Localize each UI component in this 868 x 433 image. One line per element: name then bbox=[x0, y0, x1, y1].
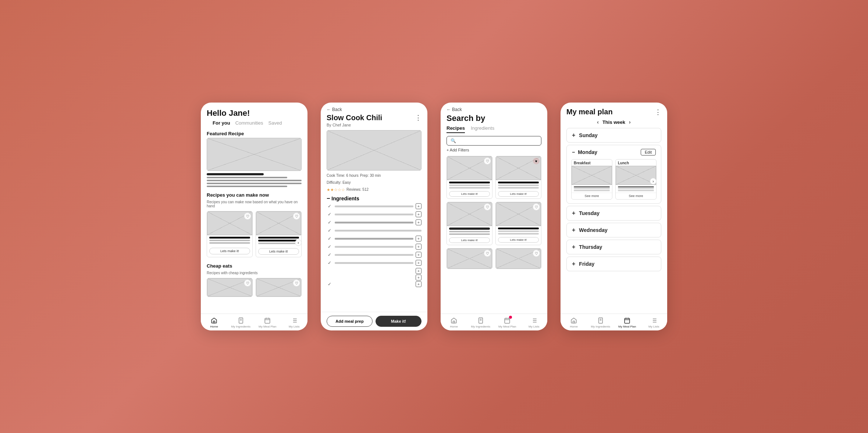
ing-line-8 bbox=[335, 262, 413, 264]
cheap-subtitle: Recipes with cheap ingredients bbox=[201, 270, 307, 275]
back-button[interactable]: ← Back bbox=[327, 107, 421, 112]
add-ing-3[interactable]: + bbox=[416, 219, 421, 225]
result-heart-1[interactable]: ♡ bbox=[484, 158, 491, 164]
day-tuesday[interactable]: + Tuesday bbox=[566, 206, 661, 221]
meals-next-arrow[interactable]: › bbox=[650, 178, 657, 185]
breakfast-see-more[interactable]: See more bbox=[572, 193, 612, 199]
thursday-label: Thursday bbox=[579, 244, 602, 250]
add-ing-2[interactable]: + bbox=[416, 211, 421, 217]
check-icon-4: ✓ bbox=[327, 228, 332, 233]
next-week-btn[interactable]: › bbox=[629, 119, 631, 125]
recipes-row: ♡ Lets make it! ♡ › bbox=[201, 208, 307, 257]
nav-mp-lists-label: My Lists bbox=[648, 325, 659, 328]
nav-mp-meal-plan[interactable]: My Meal Plan bbox=[614, 317, 641, 328]
add-ing-7[interactable]: + bbox=[416, 252, 421, 258]
meal-plan-title: My meal plan bbox=[566, 108, 613, 116]
add-ing-8[interactable]: + bbox=[416, 260, 421, 266]
nav-search-ing-label: My Ingredients bbox=[471, 325, 490, 328]
tab-communities[interactable]: Communities bbox=[235, 120, 263, 126]
add-extra-1[interactable]: + bbox=[416, 268, 421, 274]
add-filters[interactable]: + Add Filters bbox=[441, 147, 547, 154]
nav-mp-lists[interactable]: My Lists bbox=[641, 317, 668, 328]
featured-title-line bbox=[207, 173, 264, 175]
nav-search-home-label: Home bbox=[450, 325, 458, 328]
svg-rect-35 bbox=[625, 318, 630, 323]
day-thursday[interactable]: + Thursday bbox=[566, 240, 661, 254]
cheap-recipes-row: ♡ ♡ bbox=[201, 275, 307, 297]
nav-search-home[interactable]: Home bbox=[441, 317, 467, 328]
search-result-6: ♡ bbox=[495, 248, 541, 269]
home-tabs: For you Communities Saved bbox=[207, 118, 302, 126]
result-make-3[interactable]: Lets make it! bbox=[449, 237, 490, 243]
heart-button-1[interactable]: ♡ bbox=[244, 213, 251, 219]
result-heart-4[interactable]: ♡ bbox=[533, 204, 540, 210]
featured-section-title: Featured Recipe bbox=[201, 127, 307, 138]
result-heart-3[interactable]: ♡ bbox=[484, 204, 491, 210]
result-title-4 bbox=[498, 228, 539, 229]
result-heart-2[interactable]: ♥ bbox=[533, 158, 540, 164]
friday-plus: + bbox=[572, 261, 575, 267]
meal-plan-more-icon[interactable]: ⋮ bbox=[655, 108, 661, 116]
more-options-icon[interactable]: ⋮ bbox=[415, 114, 421, 122]
add-ing-1[interactable]: + bbox=[416, 203, 421, 209]
make-it-btn-1[interactable]: Lets make it! bbox=[209, 248, 250, 254]
cheap-heart-1[interactable]: ♡ bbox=[244, 280, 251, 286]
check-icon-1: ✓ bbox=[327, 203, 332, 209]
next-recipe-arrow[interactable]: › bbox=[295, 239, 302, 246]
make-it-btn-2[interactable]: Lets make it! bbox=[258, 248, 299, 255]
recipe-card-2: ♡ › Lets make it! bbox=[256, 211, 302, 257]
nav-search-ingredients[interactable]: My Ingredients bbox=[467, 317, 494, 328]
nav-search-lists[interactable]: My Lists bbox=[521, 317, 548, 328]
result-make-4[interactable]: Lets make it! bbox=[498, 237, 539, 243]
add-meal-prep-btn[interactable]: Add meal prep bbox=[327, 316, 373, 327]
tab-saved[interactable]: Saved bbox=[268, 120, 282, 126]
bottom-nav-search: Home My Ingredients My Meal Plan My bbox=[441, 314, 547, 330]
nav-meal-plan-label: My Meal Plan bbox=[259, 325, 276, 328]
result-make-1[interactable]: Lets make it! bbox=[449, 191, 490, 197]
result-heart-6[interactable]: ♡ bbox=[533, 250, 540, 257]
result-make-2[interactable]: Lets make it! bbox=[498, 191, 539, 197]
meal-badge bbox=[509, 316, 512, 319]
thursday-plus: + bbox=[572, 244, 575, 250]
ingredient-row-8: ✓ + bbox=[327, 260, 421, 266]
result-title-2 bbox=[498, 182, 539, 183]
tab-for-you[interactable]: For you bbox=[213, 120, 230, 126]
search-tab-ingredients[interactable]: Ingredients bbox=[471, 125, 494, 133]
search-back-button[interactable]: ← Back bbox=[447, 107, 541, 112]
make-it-btn[interactable]: Make it! bbox=[376, 316, 421, 327]
nav-home[interactable]: Home bbox=[201, 317, 228, 328]
add-ing-last[interactable]: + bbox=[416, 281, 421, 287]
nav-lists[interactable]: My Lists bbox=[281, 317, 308, 328]
monday-minus[interactable]: − bbox=[572, 149, 575, 155]
monday-edit-btn[interactable]: Edit bbox=[641, 149, 656, 155]
lists-icon bbox=[291, 317, 298, 324]
search-input[interactable] bbox=[458, 139, 537, 143]
ingredients-header: − Ingredients bbox=[321, 192, 427, 203]
add-extra-2[interactable]: + bbox=[416, 275, 421, 280]
ing-line-2 bbox=[335, 214, 413, 215]
search-tab-recipes[interactable]: Recipes bbox=[447, 125, 465, 133]
cheap-section-title: Cheap eats bbox=[201, 260, 307, 270]
prev-week-btn[interactable]: ‹ bbox=[597, 119, 599, 125]
nav-ingredients[interactable]: My Ingredients bbox=[228, 317, 255, 328]
nav-meal-plan[interactable]: My Meal Plan bbox=[254, 317, 281, 328]
cheap-heart-2[interactable]: ♡ bbox=[293, 280, 300, 286]
lunch-see-more[interactable]: See more bbox=[616, 193, 656, 199]
featured-desc-1 bbox=[207, 177, 287, 178]
heart-button-2[interactable]: ♡ bbox=[293, 213, 300, 219]
day-sunday[interactable]: + Sunday bbox=[566, 128, 661, 143]
screen-home: Hello Jane! For you Communities Saved bbox=[201, 103, 307, 330]
result-heart-5[interactable]: ♡ bbox=[484, 250, 491, 257]
day-wednesday[interactable]: + Wednesday bbox=[566, 223, 661, 237]
prep-time: Prep: 30 min bbox=[360, 173, 381, 178]
svg-rect-31 bbox=[573, 321, 575, 323]
add-ing-5[interactable]: + bbox=[416, 236, 421, 241]
nav-mp-ingredients[interactable]: My Ingredients bbox=[587, 317, 614, 328]
search-lists-icon bbox=[530, 317, 538, 324]
nav-search-meal-plan[interactable]: My Meal Plan bbox=[494, 317, 521, 328]
add-ing-6[interactable]: + bbox=[416, 244, 421, 250]
breakfast-line-2 bbox=[574, 188, 610, 189]
nav-mp-home[interactable]: Home bbox=[561, 317, 587, 328]
bottom-nav-meal-plan: Home My Ingredients My Meal Plan My List… bbox=[561, 314, 667, 330]
day-friday[interactable]: + Friday bbox=[566, 257, 661, 271]
